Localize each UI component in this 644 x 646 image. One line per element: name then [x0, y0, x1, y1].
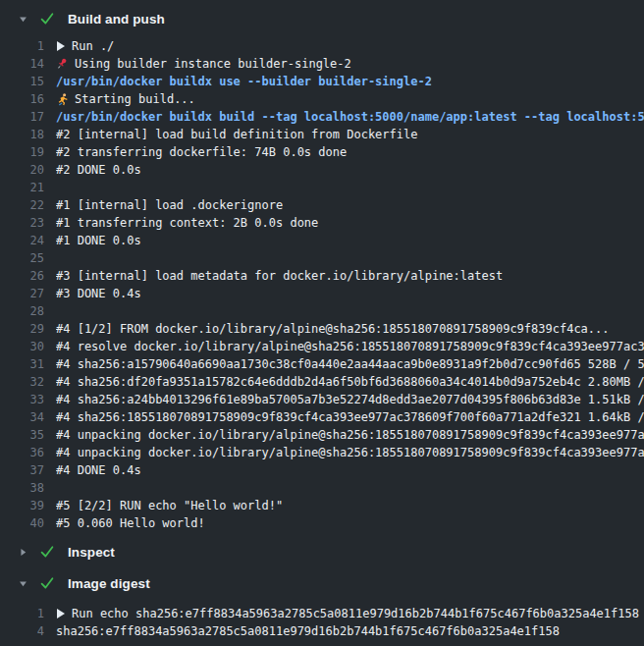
log-line: 26#3 [internal] load metadata for docker…	[0, 267, 644, 285]
line-number[interactable]: 25	[0, 249, 44, 267]
line-number[interactable]: 33	[0, 391, 44, 408]
log-text: #5 [2/2] RUN echo "Hello world!"	[56, 497, 644, 514]
line-number[interactable]: 40	[0, 514, 44, 532]
section-header-image-digest[interactable]: Image digest	[0, 573, 644, 593]
line-number[interactable]: 30	[0, 338, 44, 355]
log-text: Run echo sha256:e7ff8834a5963a2785c5a081…	[56, 605, 644, 622]
log-text: #2 DONE 0.0s	[56, 161, 644, 179]
log-line: 34#4 sha256:185518070891758909c9f839cf4c…	[0, 408, 644, 426]
log-line: 1Run ./	[0, 37, 644, 55]
line-number[interactable]: 16	[0, 90, 44, 108]
log-line: 27#3 DONE 0.4s	[0, 285, 644, 302]
log-text: #4 sha256:df20fa9351a15782c64e6dddb2d4a6…	[56, 373, 644, 391]
line-number[interactable]: 14	[0, 55, 44, 73]
log-line: 33#4 sha256:a24bb4013296f61e89ba57005a7b…	[0, 391, 644, 408]
log-line: 14Using builder instance builder-single-…	[0, 55, 644, 73]
log-text: #3 DONE 0.4s	[56, 285, 644, 302]
log-text: #1 transferring context: 2B 0.0s done	[56, 214, 644, 232]
log-text: #4 sha256:185518070891758909c9f839cf4ca3…	[56, 408, 644, 426]
pushpin-icon	[56, 57, 69, 71]
log-line: 40#5 0.060 Hello world!	[0, 514, 644, 532]
line-number[interactable]: 31	[0, 355, 44, 373]
line-number[interactable]: 37	[0, 461, 44, 479]
check-icon	[39, 544, 55, 560]
line-number[interactable]: 35	[0, 426, 44, 444]
log-text: #4 resolve docker.io/library/alpine@sha2…	[56, 338, 644, 355]
log-text: #4 unpacking docker.io/library/alpine@sh…	[56, 444, 644, 461]
section-header-build-and-push[interactable]: Build and push	[0, 9, 644, 28]
log-line: 23#1 transferring context: 2B 0.0s done	[0, 214, 644, 232]
log-text: /usr/bin/docker buildx use --builder bui…	[56, 73, 644, 90]
line-number[interactable]: 22	[0, 196, 44, 214]
log-text: Using builder instance builder-single-2	[56, 55, 644, 73]
chevron-down-icon[interactable]	[17, 578, 28, 589]
log-line: 39#5 [2/2] RUN echo "Hello world!"	[0, 497, 644, 514]
log-line: 29#4 [1/2] FROM docker.io/library/alpine…	[0, 320, 644, 338]
line-number[interactable]: 32	[0, 373, 44, 391]
line-number[interactable]: 1	[0, 605, 44, 622]
log-line: 16Starting build...	[0, 90, 644, 108]
play-icon[interactable]	[56, 40, 66, 52]
log-line: 28	[0, 302, 644, 320]
line-number[interactable]: 23	[0, 214, 44, 232]
log-line: 1Run echo sha256:e7ff8834a5963a2785c5a08…	[0, 605, 644, 622]
chevron-down-icon[interactable]	[17, 14, 28, 25]
log-text: Starting build...	[56, 90, 644, 108]
log-text: #3 [internal] load metadata for docker.i…	[56, 267, 644, 285]
log-line: 37#4 DONE 0.4s	[0, 461, 644, 479]
log-text: #4 sha256:a24bb4013296f61e89ba57005a7b3e…	[56, 391, 644, 408]
log-text: #4 DONE 0.4s	[56, 461, 644, 479]
log-text: #4 sha256:a15790640a6690aa1730c38cf0a440…	[56, 355, 644, 373]
line-number[interactable]: 15	[0, 73, 44, 90]
workflow-log-viewer: Build and push 1Run ./14Using builder in…	[0, 9, 644, 640]
log-line: 4sha256:e7ff8834a5963a2785c5a0811e979d16…	[0, 622, 644, 640]
log-line: 18#2 [internal] load build definition fr…	[0, 126, 644, 143]
log-text: #4 [1/2] FROM docker.io/library/alpine@s…	[56, 320, 644, 338]
play-icon[interactable]	[56, 608, 66, 619]
line-number[interactable]: 39	[0, 497, 44, 514]
log-text: Run ./	[56, 37, 644, 55]
log-line: 24#1 DONE 0.0s	[0, 232, 644, 249]
log-line: 32#4 sha256:df20fa9351a15782c64e6dddb2d4…	[0, 373, 644, 391]
log-line: 15/usr/bin/docker buildx use --builder b…	[0, 73, 644, 90]
line-number[interactable]: 36	[0, 444, 44, 461]
line-number[interactable]: 38	[0, 479, 44, 497]
line-number[interactable]: 1	[0, 37, 44, 55]
line-number[interactable]: 29	[0, 320, 44, 338]
line-number[interactable]: 20	[0, 161, 44, 179]
line-number[interactable]: 18	[0, 126, 44, 143]
log-section-image-digest: Image digest 1Run echo sha256:e7ff8834a5…	[0, 573, 644, 640]
log-line: 25	[0, 249, 644, 267]
line-number[interactable]: 27	[0, 285, 44, 302]
log-lines-image-digest: 1Run echo sha256:e7ff8834a5963a2785c5a08…	[0, 605, 644, 640]
log-text: sha256:e7ff8834a5963a2785c5a0811e979d16b…	[56, 622, 644, 640]
line-number[interactable]: 28	[0, 302, 44, 320]
log-text: #4 unpacking docker.io/library/alpine@sh…	[56, 426, 644, 444]
log-lines-build-and-push: 1Run ./14Using builder instance builder-…	[0, 37, 644, 532]
log-line: 36#4 unpacking docker.io/library/alpine@…	[0, 444, 644, 461]
line-number[interactable]: 34	[0, 408, 44, 426]
log-line: 19#2 transferring dockerfile: 74B 0.0s d…	[0, 143, 644, 161]
log-line: 31#4 sha256:a15790640a6690aa1730c38cf0a4…	[0, 355, 644, 373]
log-text: #2 transferring dockerfile: 74B 0.0s don…	[56, 143, 644, 161]
line-number[interactable]: 24	[0, 232, 44, 249]
check-icon	[39, 11, 55, 27]
log-text: #5 0.060 Hello world!	[56, 514, 644, 532]
check-icon	[39, 575, 55, 591]
section-title: Image digest	[68, 576, 150, 591]
runner-icon	[56, 92, 69, 106]
log-line: 30#4 resolve docker.io/library/alpine@sh…	[0, 338, 644, 355]
section-header-inspect[interactable]: Inspect	[0, 542, 644, 562]
log-line: 20#2 DONE 0.0s	[0, 161, 644, 179]
log-line: 21	[0, 179, 644, 196]
line-number[interactable]: 4	[0, 622, 44, 640]
log-section-inspect: Inspect	[0, 542, 644, 562]
chevron-right-icon[interactable]	[17, 547, 28, 558]
log-line: 17/usr/bin/docker buildx build --tag loc…	[0, 108, 644, 126]
log-line: 22#1 [internal] load .dockerignore	[0, 196, 644, 214]
line-number[interactable]: 21	[0, 179, 44, 196]
line-number[interactable]: 17	[0, 108, 44, 126]
log-text: #1 [internal] load .dockerignore	[56, 196, 644, 214]
line-number[interactable]: 26	[0, 267, 44, 285]
line-number[interactable]: 19	[0, 143, 44, 161]
